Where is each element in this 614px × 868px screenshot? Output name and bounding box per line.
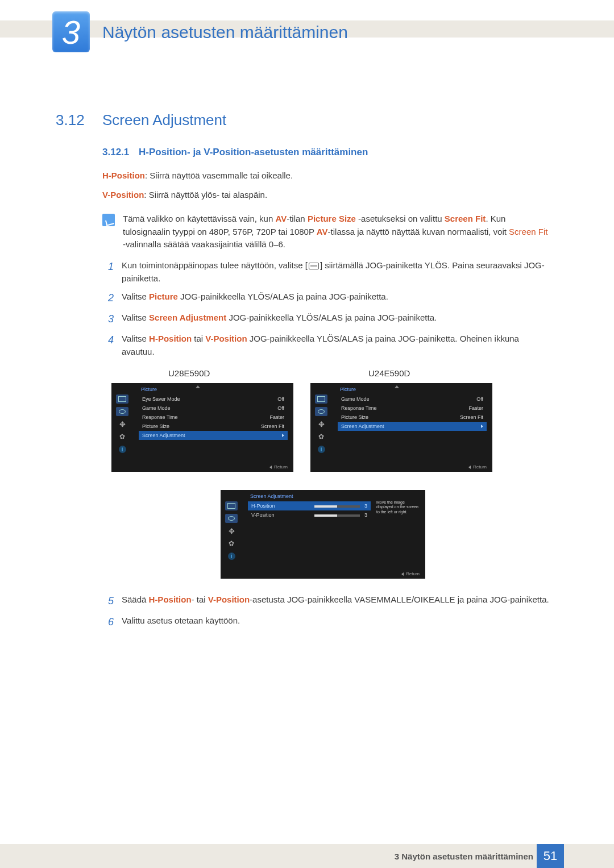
osd-menu-3: Screen Adjustment H-Position3V-Position3… xyxy=(221,490,425,579)
footer-text: 3 Näytön asetusten määrittäminen xyxy=(395,852,533,861)
osd-sidebar xyxy=(225,501,241,560)
left-arrow-icon xyxy=(269,466,272,469)
step-4: 4 Valitse H-Position tai V-Position JOG-… xyxy=(102,333,551,358)
note-block: Tämä valikko on käytettävissä vain, kun … xyxy=(102,213,551,251)
model-label-1: U28E590D xyxy=(168,368,210,378)
step-3: 3 Valitse Screen Adjustment JOG-painikke… xyxy=(102,312,551,327)
hposition-label: H-Position xyxy=(102,171,145,180)
left-arrow-icon xyxy=(468,466,471,469)
subsection-number: 3.12.1 xyxy=(102,147,129,157)
info-icon xyxy=(315,445,327,454)
osd-row: Response TimeFaster xyxy=(338,404,487,413)
osd-row: Eye Saver ModeOff xyxy=(139,394,288,404)
vposition-label: V-Position xyxy=(102,190,144,200)
definition-hposition: H-Position: Siirrä näyttöä vasemmalle ta… xyxy=(102,169,551,182)
osd-row: Screen Adjustment xyxy=(338,422,487,431)
definition-vposition: V-Position: Siirrä näyttöä ylös- tai ala… xyxy=(102,189,551,202)
osd-menu-2: Picture Game ModeOffResponse TimeFasterP… xyxy=(310,383,492,472)
left-arrow-icon xyxy=(401,572,404,576)
section-title: Screen Adjustment xyxy=(102,111,226,129)
up-arrow-icon xyxy=(395,385,399,388)
chapter-title: Näytön asetusten määrittäminen xyxy=(102,23,348,42)
subsection-heading: 3.12.1 H-Position- ja V-Position-asetust… xyxy=(102,147,368,158)
picture-icon xyxy=(116,407,128,416)
monitor-icon xyxy=(315,394,327,404)
monitor-icon xyxy=(116,394,128,404)
move-icon xyxy=(315,420,327,429)
osd-sidebar xyxy=(315,394,331,454)
note-icon xyxy=(102,214,115,226)
menu-icon xyxy=(309,263,319,269)
osd-sidebar xyxy=(116,394,132,454)
info-icon xyxy=(225,551,238,560)
monitor-icon xyxy=(225,501,238,510)
picture-icon xyxy=(225,514,238,523)
osd-menu-1: Picture Eye Saver ModeOffGame ModeOffRes… xyxy=(111,383,293,472)
steps-list-bottom: 5 Säädä H-Position- tai V-Position-asetu… xyxy=(102,593,551,636)
step-6: 6 Valittu asetus otetaan käyttöön. xyxy=(102,614,551,630)
gear-icon xyxy=(116,432,128,441)
info-icon xyxy=(116,445,128,454)
osd-row: Response TimeFaster xyxy=(139,413,288,422)
return-label: Return xyxy=(401,571,420,576)
chapter-number: 3 xyxy=(62,13,80,51)
osd-row: Screen Adjustment xyxy=(139,431,288,440)
section-number: 3.12 xyxy=(56,111,85,129)
gear-icon xyxy=(225,539,238,548)
move-icon xyxy=(116,420,128,429)
chapter-badge: 3 xyxy=(52,11,90,52)
return-label: Return xyxy=(269,464,288,470)
gear-icon xyxy=(315,432,327,441)
step-5: 5 Säädä H-Position- tai V-Position-asetu… xyxy=(102,593,551,609)
osd-tooltip: Move the image displayed on the screen t… xyxy=(376,500,421,514)
osd-row: Picture SizeScreen Fit xyxy=(338,413,487,422)
return-label: Return xyxy=(468,464,487,470)
step-1: 1 Kun toimintonäppäinopas tulee näyttöön… xyxy=(102,259,551,285)
move-icon xyxy=(225,526,238,535)
subsection-title: H-Position- ja V-Position-asetusten määr… xyxy=(139,147,368,157)
osd-row: H-Position3 xyxy=(248,501,371,510)
osd-row: Picture SizeScreen Fit xyxy=(139,422,288,431)
step-2: 2 Valitse Picture JOG-painikkeella YLÖS/… xyxy=(102,290,551,306)
osd-row: V-Position3 xyxy=(248,510,371,520)
page-number: 51 xyxy=(537,844,564,868)
up-arrow-icon xyxy=(196,385,200,388)
note-text: Tämä valikko on käytettävissä vain, kun … xyxy=(123,213,551,251)
picture-icon xyxy=(315,407,327,416)
steps-list-top: 1 Kun toimintonäppäinopas tulee näyttöön… xyxy=(102,259,551,364)
osd-row: Game ModeOff xyxy=(338,394,487,404)
osd-row: Game ModeOff xyxy=(139,404,288,413)
model-label-2: U24E590D xyxy=(368,368,410,378)
